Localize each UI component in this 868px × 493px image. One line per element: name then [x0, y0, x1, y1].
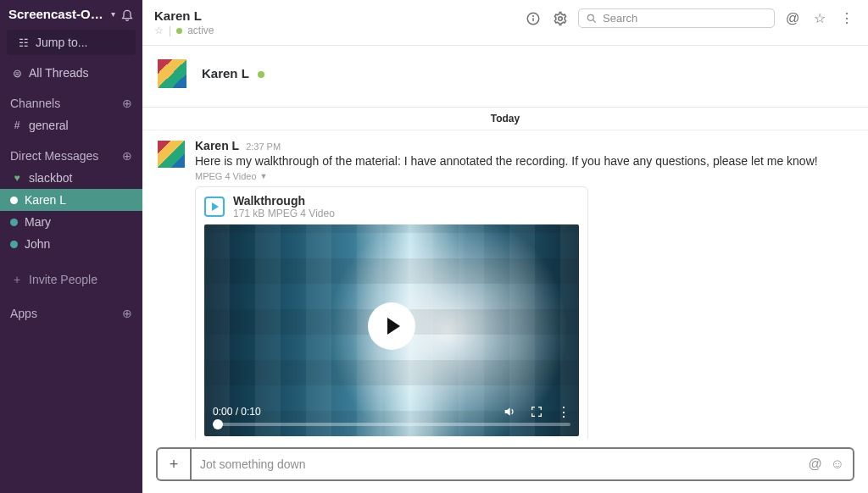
video-attachment: Walkthrough 171 kB MPEG 4 Video 0:00 / 0…: [195, 186, 588, 439]
attachment-title[interactable]: Walkthrough: [233, 194, 335, 208]
hash-icon: #: [10, 119, 24, 131]
svg-point-3: [559, 16, 563, 20]
svg-line-5: [593, 19, 595, 22]
channels-section: Channels ⊕: [0, 92, 142, 114]
fullscreen-icon[interactable]: [530, 405, 543, 418]
channel-header: Karen L ☆ | active Search @ ☆ ⋮: [142, 0, 868, 46]
conversation-header: Karen L: [142, 46, 868, 108]
dm-john[interactable]: John: [0, 233, 142, 255]
dm-name: Mary: [25, 215, 51, 229]
dm-karen-l[interactable]: Karen L: [0, 189, 142, 211]
apps-label: Apps: [10, 307, 37, 320]
mention-icon[interactable]: @: [808, 457, 821, 472]
dm-mary[interactable]: Mary: [0, 211, 142, 233]
presence-dot: [10, 197, 18, 204]
star-icon[interactable]: ☆: [154, 25, 164, 36]
dm-name: slackbot: [29, 171, 72, 185]
gear-icon[interactable]: [551, 9, 570, 28]
message-text: Here is my walkthrough of the material: …: [195, 154, 854, 168]
dm-name: John: [25, 237, 50, 251]
heart-icon: ♥: [10, 172, 24, 184]
info-icon[interactable]: [524, 9, 542, 28]
svg-point-2: [533, 15, 534, 16]
presence-dot: [176, 28, 182, 34]
threads-label: All Threads: [29, 66, 89, 80]
jump-to[interactable]: ☷ Jump to...: [7, 30, 136, 55]
chevron-down-icon[interactable]: ▼: [260, 172, 268, 180]
presence-dot: [10, 219, 18, 226]
presence-dot: [10, 241, 18, 248]
bell-icon[interactable]: [120, 8, 134, 21]
progress-thumb[interactable]: [213, 419, 223, 429]
add-app-icon[interactable]: ⊕: [122, 307, 132, 320]
emoji-icon[interactable]: ☺: [831, 457, 844, 472]
day-separator: Today: [142, 108, 868, 130]
plus-icon: +: [10, 273, 24, 286]
channel-general[interactable]: # general: [0, 114, 142, 136]
message-author[interactable]: Karen L: [195, 139, 239, 152]
threads-icon: ⊜: [10, 67, 24, 80]
attach-button[interactable]: +: [158, 449, 192, 479]
search-icon: [586, 13, 598, 25]
status-text: active: [187, 25, 214, 36]
message-input[interactable]: Jot something down: [192, 457, 808, 471]
dm-slackbot[interactable]: ♥ slackbot: [0, 167, 142, 189]
video-progress[interactable]: [213, 423, 570, 426]
message-meta: MPEG 4 Video: [195, 171, 257, 181]
apps-section[interactable]: Apps ⊕: [0, 302, 142, 324]
invite-label: Invite People: [29, 273, 97, 286]
sidebar: Screencast-O-… ▾ ☷ Jump to... ⊜ All Thre…: [0, 0, 142, 493]
search-placeholder: Search: [603, 12, 637, 25]
svg-point-4: [587, 14, 593, 20]
attachment-subtitle: 171 kB MPEG 4 Video: [233, 208, 335, 219]
avatar[interactable]: [156, 139, 186, 169]
main-pane: Karen L ☆ | active Search @ ☆ ⋮: [142, 0, 868, 493]
workspace-header[interactable]: Screencast-O-… ▾: [0, 0, 142, 26]
message: Karen L 2:37 PM Here is my walkthrough o…: [156, 139, 854, 439]
volume-icon[interactable]: [503, 405, 516, 418]
avatar: [156, 58, 188, 90]
chevron-down-icon: ▾: [111, 9, 115, 19]
channel-title: Karen L: [154, 8, 524, 23]
message-time: 2:37 PM: [246, 141, 281, 152]
invite-people[interactable]: + Invite People: [0, 269, 142, 291]
channel-name: general: [29, 119, 69, 132]
star-outline-icon[interactable]: ☆: [810, 9, 829, 28]
all-threads[interactable]: ⊜ All Threads: [0, 62, 142, 84]
composer: + Jot something down @ ☺: [142, 439, 868, 493]
workspace-name: Screencast-O-…: [8, 7, 106, 21]
video-time: 0:00 / 0:10: [213, 406, 261, 418]
video-controls: 0:00 / 0:10 ⋮: [204, 401, 579, 436]
play-button[interactable]: [368, 302, 415, 350]
conversation-name: Karen L: [202, 66, 249, 80]
more-icon[interactable]: ⋮: [837, 9, 856, 28]
dm-section: Direct Messages ⊕: [0, 145, 142, 167]
add-dm-icon[interactable]: ⊕: [122, 149, 132, 163]
dm-name: Karen L: [25, 193, 66, 207]
video-preview[interactable]: 0:00 / 0:10 ⋮: [204, 224, 579, 436]
more-icon[interactable]: ⋮: [557, 404, 570, 420]
jump-icon: ☷: [17, 36, 31, 49]
jump-label: Jump to...: [36, 36, 87, 49]
message-list: Karen L 2:37 PM Here is my walkthrough o…: [142, 130, 868, 439]
mention-icon[interactable]: @: [783, 9, 802, 28]
add-channel-icon[interactable]: ⊕: [122, 97, 132, 110]
dm-label: Direct Messages: [10, 149, 98, 163]
presence-dot: [258, 71, 264, 78]
file-play-icon: [204, 197, 225, 217]
search-input[interactable]: Search: [578, 8, 775, 28]
channels-label: Channels: [10, 97, 60, 110]
